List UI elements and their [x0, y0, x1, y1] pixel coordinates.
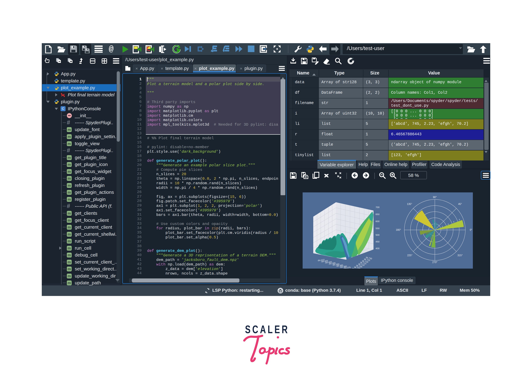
svg-text:270°: 270°	[432, 261, 437, 264]
svg-text:6: 6	[453, 221, 454, 223]
svg-text:315°: 315°	[457, 254, 462, 257]
svg-text:500: 500	[376, 233, 379, 236]
svg-text:180°: 180°	[396, 229, 401, 231]
svg-text:0°: 0°	[470, 229, 472, 231]
svg-text:4: 4	[448, 223, 449, 225]
svg-text:700: 700	[376, 206, 379, 209]
svg-text:450: 450	[376, 240, 379, 243]
svg-text:2: 2	[442, 226, 443, 228]
svg-text:600: 600	[376, 220, 379, 223]
svg-text:400: 400	[376, 247, 379, 250]
svg-text:550: 550	[376, 227, 379, 230]
svg-text:45°: 45°	[458, 203, 462, 205]
svg-text:8: 8	[459, 219, 460, 220]
svg-text:135°: 135°	[407, 203, 412, 205]
svg-text:650: 650	[376, 213, 379, 215]
svg-text:90°: 90°	[433, 196, 437, 199]
svg-text:225°: 225°	[407, 254, 412, 257]
